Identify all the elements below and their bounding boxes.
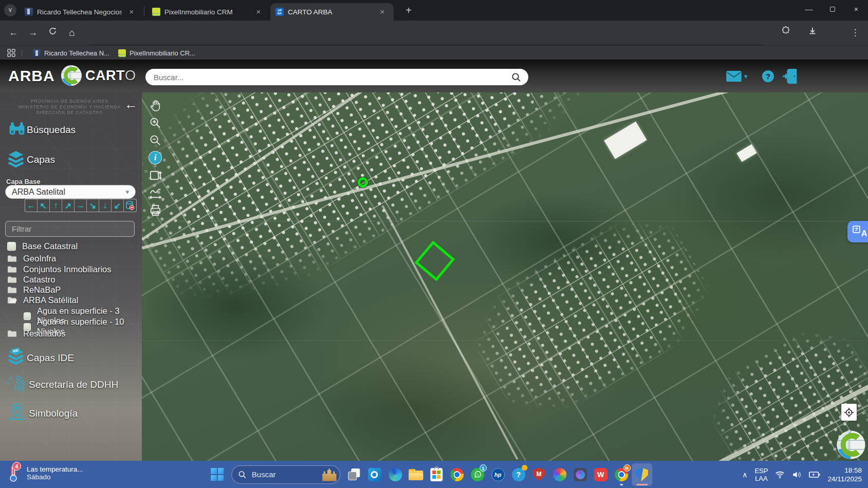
edge-app[interactable] <box>385 463 405 486</box>
downloads-button[interactable] <box>804 25 821 41</box>
pan-up-button[interactable]: ↑ <box>50 199 62 212</box>
carto-globe-icon <box>61 65 82 86</box>
tray-chevron-button[interactable]: ∧ <box>742 471 747 479</box>
sidebar-item-capas-ide[interactable]: Capas IDE <box>27 352 74 364</box>
pan-down-button[interactable]: ↓ <box>99 199 112 212</box>
getting-started-app[interactable]: ? <box>508 463 529 486</box>
copilot-app[interactable] <box>549 463 570 486</box>
header-search-input[interactable] <box>153 72 511 82</box>
locate-me-button[interactable] <box>841 404 857 421</box>
clear-layers-button[interactable] <box>124 199 136 212</box>
tab-close-icon[interactable]: × <box>254 7 263 16</box>
layer-filter-input[interactable] <box>11 224 129 234</box>
info-tool[interactable]: i <box>147 149 163 166</box>
pan-down-right-button[interactable]: ↘ <box>87 199 99 212</box>
print-tool[interactable] <box>147 201 163 219</box>
layer-conjuntos-inmobiliarios[interactable]: Conjuntos Inmobiliarios <box>7 265 112 274</box>
pan-up-left-button[interactable]: ↖ <box>38 199 50 212</box>
extensions-button[interactable] <box>778 25 794 41</box>
sidebar-collapse-button[interactable]: ← <box>124 97 138 112</box>
zoom-out-tool[interactable] <box>147 132 163 149</box>
language-indicator[interactable]: ESPLAA <box>754 467 768 482</box>
designer-app[interactable] <box>570 463 590 486</box>
windows-security-app[interactable] <box>632 463 652 486</box>
translate-button[interactable]: A <box>847 221 868 242</box>
clock[interactable]: 18:58 24/11/2025 <box>827 466 862 483</box>
wifi-indicator[interactable] <box>775 471 785 479</box>
pan-hand-tool[interactable] <box>147 97 163 114</box>
tab-ricardo-tellechea[interactable]: Ricardo Tellechea Negocios Inm × <box>20 3 143 21</box>
header-search-bar[interactable] <box>145 69 528 85</box>
mcafee-app[interactable]: M <box>529 463 549 486</box>
pan-right-button[interactable]: → <box>75 199 87 212</box>
pan-left-button[interactable]: ← <box>25 199 38 212</box>
new-tab-button[interactable]: + <box>402 4 415 17</box>
sidebar-item-busquedas[interactable]: Búsquedas <box>27 124 76 136</box>
pan-up-right-button[interactable]: ↗ <box>62 199 75 212</box>
window-close-button[interactable]: × <box>844 0 868 18</box>
chrome-profile-app[interactable]: R <box>611 463 632 486</box>
layer-label: GeoInfra <box>23 254 56 264</box>
map-marker-ring[interactable] <box>358 177 368 187</box>
task-view-button[interactable] <box>344 463 364 486</box>
messages-button[interactable]: ▾ <box>726 71 748 82</box>
logout-button[interactable] <box>782 68 799 87</box>
apps-grid-icon[interactable] <box>7 49 15 57</box>
checkbox-icon[interactable] <box>7 242 16 251</box>
bookmark-ricardo[interactable]: Ricardo Tellechea N... <box>29 47 114 59</box>
forward-button[interactable]: → <box>25 25 41 41</box>
layer-label: Resultados <box>23 329 66 339</box>
search-icon[interactable] <box>511 72 521 82</box>
start-button[interactable] <box>207 463 228 486</box>
sidebar-item-ddhh[interactable]: Secretaría de DDHH <box>29 379 118 390</box>
bookmark-pixelinmobiliario[interactable]: PixelInmobiliario CR... <box>114 47 199 59</box>
layer-label: ARBA Satélital <box>23 295 78 305</box>
base-layer-select[interactable]: ARBA Satelital ▾ <box>5 185 136 199</box>
taskbar-center-icons: 1 hp ? M W <box>207 461 652 488</box>
layer-filter-box[interactable] <box>5 221 135 237</box>
reload-button[interactable] <box>44 25 61 41</box>
zoom-in-tool[interactable] <box>147 114 163 132</box>
folder-icon <box>7 255 17 262</box>
pan-down-left-button[interactable]: ↙ <box>112 199 124 212</box>
grid-favicon <box>118 49 126 57</box>
help-button[interactable]: ? <box>762 70 774 82</box>
chevron-down-icon: ▾ <box>125 188 129 196</box>
tab-title: CARTO ARBA <box>288 8 373 16</box>
tile-seam <box>142 221 868 221</box>
chrome-app[interactable] <box>447 463 467 486</box>
hp-app[interactable]: hp <box>488 463 508 486</box>
layer-renabap[interactable]: ReNaBaP <box>7 285 61 295</box>
layer-catastro[interactable]: Catastro <box>7 275 55 285</box>
tab-pixelinmobiliario[interactable]: PixelInmobiliario CRM × <box>147 3 268 21</box>
capture-tool[interactable] <box>147 166 163 184</box>
layer-resultados[interactable]: Resultados <box>7 329 66 339</box>
wps-app[interactable]: W <box>590 463 611 486</box>
battery-indicator[interactable] <box>809 471 820 478</box>
home-button[interactable]: ⌂ <box>64 25 80 41</box>
layer-geoinfra[interactable]: GeoInfra <box>7 254 56 264</box>
map-canvas[interactable]: i <box>142 92 868 461</box>
file-explorer-app[interactable] <box>405 463 426 486</box>
sidebar-item-simbologia[interactable]: Simbología <box>29 408 78 419</box>
tab-close-icon[interactable]: × <box>127 7 136 16</box>
window-minimize-button[interactable]: — <box>797 0 821 18</box>
back-button[interactable]: ← <box>5 25 22 41</box>
taskbar-search-box[interactable] <box>231 465 340 484</box>
tab-carto-arba[interactable]: ARBA CARTO ARBA × <box>270 3 394 21</box>
window-restore-button[interactable] <box>821 0 844 18</box>
microsoft-store-app[interactable] <box>426 463 447 486</box>
tab-search-chevron-button[interactable]: ∨ <box>4 4 16 16</box>
browser-menu-button[interactable]: ⋮ <box>847 25 863 41</box>
zoom-out-icon <box>149 134 162 147</box>
measure-path-tool[interactable] <box>147 184 163 201</box>
sidebar-item-capas[interactable]: Capas <box>27 154 55 165</box>
outlook-app[interactable] <box>364 463 385 486</box>
layer-base-catastral[interactable]: Base Catastral <box>7 241 78 251</box>
layer-arba-satelital[interactable]: ARBA Satélital <box>7 295 78 305</box>
tab-close-icon[interactable]: × <box>378 7 387 16</box>
weather-widget[interactable]: 4 Las temperatura... Sábado <box>5 464 83 482</box>
volume-indicator[interactable] <box>792 471 802 479</box>
whatsapp-app[interactable]: 1 <box>467 463 488 486</box>
taskbar-search-input[interactable] <box>251 470 322 479</box>
